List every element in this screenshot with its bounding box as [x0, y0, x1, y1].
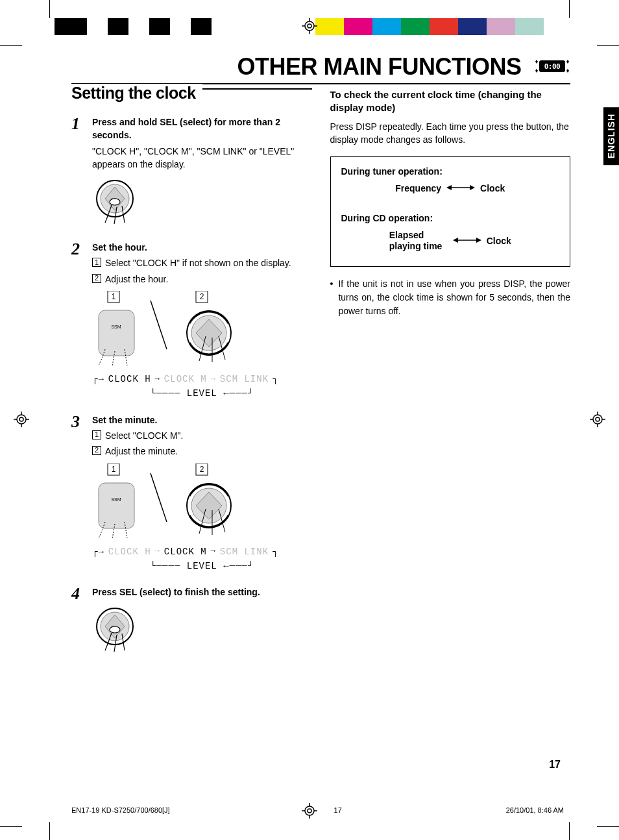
svg-text:1: 1 — [112, 465, 116, 474]
right-heading: To check the current clock time (changin… — [330, 88, 571, 115]
page-number: 17 — [549, 759, 561, 771]
footer-mid: 17 — [334, 806, 342, 814]
svg-text:2: 2 — [200, 292, 204, 301]
svg-marker-53 — [476, 238, 481, 243]
svg-text:SSM: SSM — [111, 497, 121, 502]
substep-number: 1 — [92, 430, 101, 439]
substep-text: Select "CLOCK H" if not shown on the dis… — [105, 256, 291, 269]
section-title: Setting the clock — [71, 84, 202, 103]
substep-number: 2 — [92, 446, 101, 455]
svg-line-37 — [151, 473, 167, 522]
step-number: 3 — [71, 414, 86, 573]
svg-point-7 — [19, 417, 23, 421]
svg-line-27 — [151, 301, 167, 349]
registration-mark-icon — [302, 18, 317, 34]
mode-left: Elapsed playing time — [389, 230, 448, 252]
svg-point-22 — [110, 199, 120, 205]
svg-marker-49 — [446, 185, 452, 190]
mode-label: During tuner operation: — [341, 166, 560, 177]
footer-left: EN17-19 KD-S7250/700/680[J] — [71, 806, 170, 814]
display-mode-box: During tuner operation: Frequency Clock … — [330, 156, 571, 267]
crop-mark — [569, 822, 570, 840]
mode-label: During CD operation: — [341, 213, 560, 223]
lcd-sequence: ┌→ CLOCK H→ CLOCK M→ SCM LINK ┐ └──── LE… — [92, 545, 312, 573]
step-number: 2 — [71, 241, 86, 400]
clock-badge-icon: 0:00 — [531, 52, 570, 79]
mode-left: Frequency — [395, 183, 441, 193]
dial-press-illustration: SEL — [92, 604, 312, 656]
step-heading: Set the hour. — [92, 241, 312, 254]
dial-press-illustration: SEL — [92, 176, 312, 228]
right-paragraph: Press DISP repeatedly. Each time you pre… — [330, 120, 571, 147]
svg-text:SSM: SSM — [111, 325, 121, 329]
svg-marker-52 — [453, 238, 458, 243]
lcd-sequence: ┌→ CLOCK H→ CLOCK M→ SCM LINK ┐ └──── LE… — [92, 373, 312, 401]
bullet-icon: • — [330, 277, 334, 318]
svg-text:0:00: 0:00 — [544, 62, 561, 71]
svg-marker-50 — [470, 185, 475, 190]
two-control-illustration: 1 2 SSM — [92, 463, 312, 541]
step-heading: Press SEL (select) to finish the setting… — [92, 586, 312, 599]
mode-right: Clock — [480, 183, 505, 193]
language-tab: ENGLISH — [603, 107, 619, 165]
registration-mark-icon — [590, 412, 605, 427]
crop-mark — [597, 45, 619, 46]
svg-text:2: 2 — [200, 465, 204, 474]
substep-number: 2 — [92, 274, 101, 283]
substep-text: Adjust the minute. — [105, 445, 178, 458]
page-title-text: OTHER MAIN FUNCTIONS — [237, 53, 522, 80]
svg-rect-28 — [99, 310, 134, 356]
svg-rect-38 — [99, 483, 134, 528]
substep-number: 1 — [92, 258, 101, 267]
step-number: 1 — [71, 116, 86, 228]
crop-mark — [0, 826, 22, 827]
crop-mark — [597, 826, 619, 827]
step-heading: Set the minute. — [92, 414, 312, 426]
svg-point-11 — [596, 417, 600, 421]
svg-point-3 — [308, 24, 311, 28]
svg-point-47 — [110, 626, 120, 633]
registration-mark-icon — [14, 412, 29, 427]
substep-text: Adjust the hour. — [105, 273, 168, 286]
step-number: 4 — [71, 586, 86, 656]
svg-text:1: 1 — [112, 292, 116, 301]
footer-right: 26/10/01, 8:46 AM — [506, 806, 564, 814]
step-text: "CLOCK H", "CLOCK M", "SCM LINK" or "LEV… — [92, 145, 312, 171]
crop-mark — [49, 0, 50, 18]
double-arrow-icon — [453, 236, 481, 246]
crop-mark — [49, 822, 50, 840]
page-title: OTHER MAIN FUNCTIONS 0:00 — [71, 52, 570, 84]
two-control-illustration: 1 2 SSM — [92, 291, 312, 369]
step-heading: Press and hold SEL (select) for more tha… — [92, 116, 312, 142]
substep-text: Select "CLOCK M". — [105, 429, 183, 442]
crop-mark — [0, 45, 22, 46]
mode-right: Clock — [487, 236, 511, 246]
note-text: If the unit is not in use when you press… — [338, 277, 570, 318]
crop-mark — [569, 0, 570, 18]
double-arrow-icon — [446, 183, 475, 193]
